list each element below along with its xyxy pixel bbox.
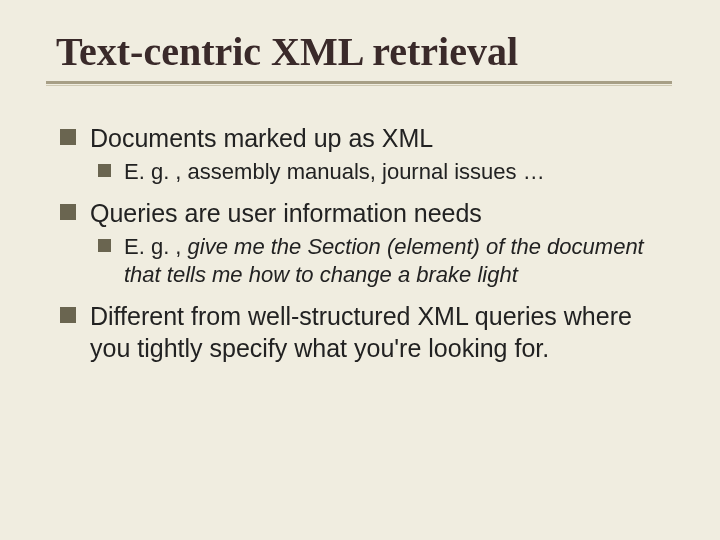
sub-bullet-lead: E. g. , — [124, 159, 188, 184]
bullet-item: Documents marked up as XML E. g. , assem… — [60, 122, 672, 187]
sub-bullet-text: give me the Section (element) of the doc… — [124, 234, 644, 288]
bullet-text: Queries are user information needs — [90, 199, 482, 227]
bullet-item: Queries are user information needs E. g.… — [60, 197, 672, 290]
bullet-item: Different from well-structured XML queri… — [60, 300, 672, 364]
title-divider — [46, 81, 672, 86]
bullet-list: Documents marked up as XML E. g. , assem… — [60, 122, 672, 364]
sub-bullet-item: E. g. , give me the Section (element) of… — [98, 233, 672, 290]
sub-bullet-list: E. g. , give me the Section (element) of… — [98, 233, 672, 290]
sub-bullet-item: E. g. , assembly manuals, journal issues… — [98, 158, 672, 187]
bullet-text: Documents marked up as XML — [90, 124, 433, 152]
slide-title: Text-centric XML retrieval — [56, 28, 672, 75]
slide: Text-centric XML retrieval Documents mar… — [0, 0, 720, 540]
bullet-text: Different from well-structured XML queri… — [90, 302, 632, 362]
sub-bullet-text: assembly manuals, journal issues … — [188, 159, 545, 184]
sub-bullet-lead: E. g. , — [124, 234, 188, 259]
sub-bullet-list: E. g. , assembly manuals, journal issues… — [98, 158, 672, 187]
